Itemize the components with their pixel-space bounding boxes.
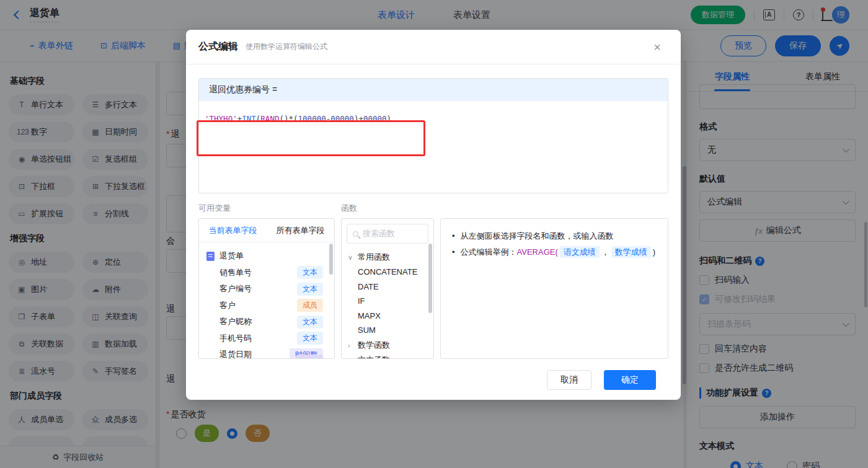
variable-row[interactable]: 手机号码文本: [206, 330, 328, 347]
chevron-collapsed-icon: ›: [348, 342, 354, 349]
scrollbar-thumb[interactable]: [428, 244, 432, 313]
formula-help-panel: •从左侧面板选择字段名和函数，或输入函数 • 公式编辑举例：AVERAGE(语文…: [440, 218, 668, 359]
formula-token: (): [279, 114, 288, 123]
form-file-icon: [206, 252, 215, 261]
help-text: 公式编辑举例：AVERAGE(语文成绩，数学成绩): [461, 244, 656, 260]
formula-token: RAND: [260, 114, 279, 123]
formula-token: *: [289, 114, 294, 123]
function-group-name: 常用函数: [358, 252, 390, 263]
variable-type-badge: 文本: [297, 283, 323, 296]
cancel-button[interactable]: 取消: [547, 370, 591, 390]
formula-token: 00000: [363, 114, 387, 123]
formula-editor[interactable]: 退回优惠券编号 = 'THYHQ'+INT(RAND()*(100000-000…: [198, 78, 668, 193]
tab-current-form-fields[interactable]: 当前表单字段: [209, 225, 257, 236]
confirm-button[interactable]: 确定: [604, 370, 656, 390]
formula-token: ): [387, 114, 392, 123]
form-name: 退货单: [219, 250, 244, 262]
formula-token: (: [293, 114, 298, 123]
help-tip: •从左侧面板选择字段名和函数，或输入函数: [452, 228, 657, 244]
variable-type-badge: 成员: [297, 299, 323, 312]
variable-row[interactable]: 客户成员: [206, 298, 328, 314]
variables-panel: 当前表单字段 所有表单字段 退货单销售单号文本客户编号文本客户成员客户昵称文本手…: [198, 218, 335, 359]
functions-panel: 搜索函数 ∨常用函数CONCATENATEDATEIFMAPXSUM›数学函数›…: [341, 218, 434, 359]
close-icon[interactable]: ×: [653, 41, 668, 53]
formula-token: 'THYHQ': [205, 114, 237, 123]
search-placeholder: 搜索函数: [363, 228, 395, 239]
help-text: 从左侧面板选择字段名和函数，或输入函数: [461, 228, 614, 244]
scrollbar-thumb[interactable]: [329, 244, 333, 275]
variable-name: 客户编号: [219, 283, 252, 294]
variable-type-badge: 文本: [297, 316, 323, 329]
function-item[interactable]: DATE: [348, 280, 427, 294]
function-item[interactable]: MAPX: [348, 309, 427, 324]
functions-label: 函数: [341, 203, 357, 214]
field-chip: 数学成绩: [611, 246, 651, 258]
help-tip-example: • 公式编辑举例：AVERAGE(语文成绩，数学成绩): [452, 244, 657, 260]
variable-name: 手机号码: [219, 333, 252, 344]
function-item[interactable]: SUM: [348, 323, 427, 338]
formula-token: INT: [242, 114, 256, 123]
function-group-name: 文本函数: [358, 355, 390, 360]
search-icon: [353, 231, 358, 237]
variable-form-row[interactable]: 退货单: [206, 248, 328, 265]
function-group[interactable]: ›文本函数: [348, 353, 427, 360]
function-item[interactable]: CONCATENATE: [348, 265, 427, 280]
formula-token: +: [358, 114, 363, 123]
chevron-expanded-icon: ∨: [348, 254, 354, 262]
formula-token: 00000: [330, 114, 354, 123]
variable-name: 客户: [219, 300, 236, 311]
variables-label: 可用变量: [198, 203, 341, 214]
formula-target-bar: 退回优惠券编号 =: [199, 79, 668, 101]
example-function: AVERAGE(: [517, 247, 558, 257]
bullet-dot: •: [452, 228, 455, 244]
dialog-subtitle: 使用数学运算符编辑公式: [246, 42, 327, 52]
function-group[interactable]: ∨常用函数: [348, 250, 427, 265]
function-group-name: 数学函数: [358, 340, 390, 351]
dialog-header: 公式编辑 使用数学运算符编辑公式 ×: [186, 30, 681, 64]
bullet-dot: •: [452, 244, 455, 260]
variable-type-badge: 文本: [297, 266, 323, 279]
field-chip: 语文成绩: [560, 246, 600, 258]
formula-edit-dialog: 公式编辑 使用数学运算符编辑公式 × 退回优惠券编号 = 'THYHQ'+INT…: [186, 30, 681, 400]
function-group[interactable]: ›数学函数: [348, 338, 427, 353]
dialog-title: 公式编辑: [198, 40, 238, 53]
formula-token: 100000: [298, 114, 326, 123]
search-function-input[interactable]: 搜索函数: [347, 224, 428, 244]
chevron-collapsed-icon: ›: [348, 356, 354, 360]
variables-tabs: 当前表单字段 所有表单字段: [199, 219, 334, 242]
clipped-badge: [296, 355, 323, 359]
variable-row[interactable]: 客户编号文本: [206, 281, 328, 298]
variable-name: 客户昵称: [219, 316, 252, 327]
variable-type-badge: 文本: [297, 332, 323, 345]
formula-code-line[interactable]: 'THYHQ'+INT(RAND()*(100000-00000)+00000): [199, 101, 668, 123]
variable-row[interactable]: 销售单号文本: [206, 265, 328, 281]
tab-all-form-fields[interactable]: 所有表单字段: [277, 225, 325, 236]
formula-target-label: 退回优惠券编号 =: [209, 84, 277, 95]
variable-row[interactable]: 客户昵称文本: [206, 314, 328, 330]
variable-name: 退货日期: [219, 349, 252, 359]
variable-name: 销售单号: [219, 267, 252, 278]
function-item[interactable]: IF: [348, 294, 427, 309]
